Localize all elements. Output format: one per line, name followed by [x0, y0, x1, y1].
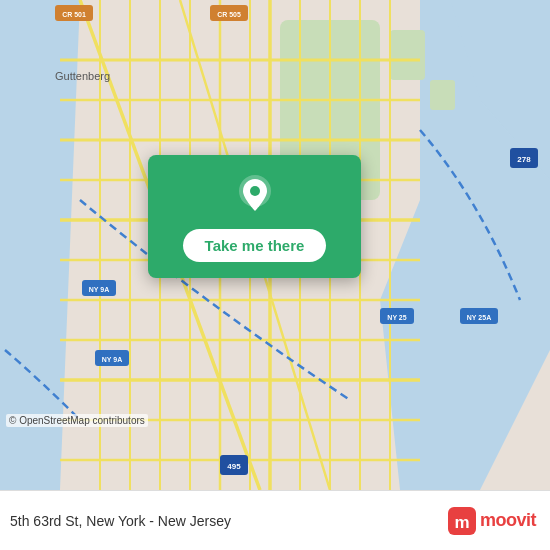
svg-rect-5 — [390, 30, 425, 80]
take-me-there-button[interactable]: Take me there — [183, 229, 327, 262]
location-card[interactable]: Take me there — [148, 155, 361, 278]
location-text: 5th 63rd St, New York - New Jersey — [10, 513, 231, 529]
svg-text:CR 501: CR 501 — [62, 11, 86, 18]
bottom-bar: 5th 63rd St, New York - New Jersey m moo… — [0, 490, 550, 550]
moovit-icon: m — [448, 507, 476, 535]
svg-point-51 — [250, 186, 260, 196]
svg-text:CR 505: CR 505 — [217, 11, 241, 18]
moovit-logo: m moovit — [448, 507, 536, 535]
svg-text:495: 495 — [227, 462, 241, 471]
svg-text:m: m — [454, 513, 469, 532]
svg-text:NY 9A: NY 9A — [102, 356, 123, 363]
svg-text:Guttenberg: Guttenberg — [55, 70, 110, 82]
svg-text:278: 278 — [517, 155, 531, 164]
svg-text:NY 25: NY 25 — [387, 314, 406, 321]
location-pin-icon — [233, 173, 277, 217]
map-attribution: © OpenStreetMap contributors — [6, 414, 148, 427]
svg-text:NY 9A: NY 9A — [89, 286, 110, 293]
moovit-text: moovit — [480, 510, 536, 531]
svg-text:NY 25A: NY 25A — [467, 314, 491, 321]
map-container: NY 9A NY 9A NY 25 NY 25 NY 25A 278 495 C… — [0, 0, 550, 490]
svg-rect-6 — [430, 80, 455, 110]
